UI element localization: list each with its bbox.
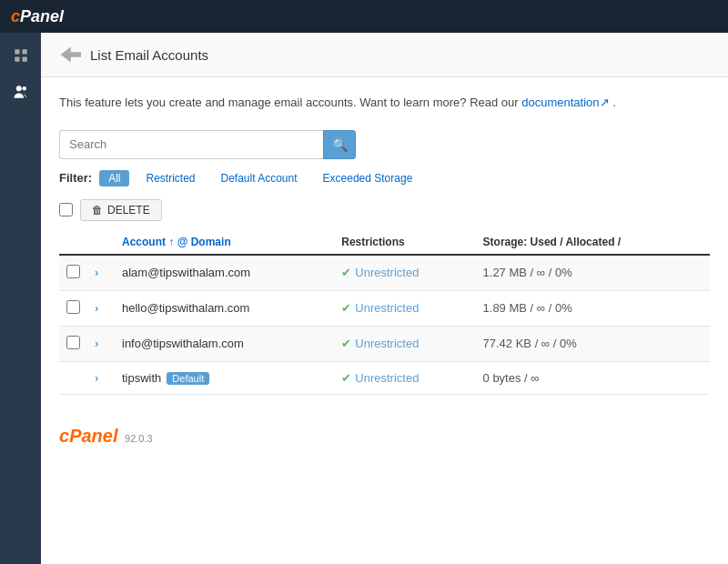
row-checkbox[interactable] — [66, 336, 80, 349]
restriction-cell: ✔Unrestricted — [334, 255, 475, 291]
email-accounts-table: Account ↑ @ Domain Restrictions Storage:… — [59, 230, 710, 395]
back-arrow-icon[interactable] — [56, 42, 81, 67]
svg-rect-2 — [15, 57, 19, 62]
content-body: This feature lets you create and manage … — [41, 77, 728, 411]
svg-point-4 — [15, 86, 21, 91]
main-layout: List Email Accounts This feature lets yo… — [0, 33, 728, 564]
footer-version: 92.0.3 — [125, 433, 153, 444]
documentation-link[interactable]: documentation↗ — [521, 96, 612, 109]
table-row: ›tipswithDefault✔Unrestricted0 bytes / ∞ — [59, 361, 710, 394]
svg-rect-3 — [22, 57, 26, 62]
account-cell: info@tipswithalam.com — [115, 326, 334, 361]
filter-label: Filter: — [59, 171, 92, 185]
grid-icon[interactable] — [7, 42, 35, 69]
check-icon: ✔ — [341, 337, 351, 350]
page-title: List Email Accounts — [90, 47, 208, 63]
top-navigation-bar: cPanel — [0, 0, 728, 33]
row-checkbox[interactable] — [66, 265, 80, 278]
restriction-cell: ✔Unrestricted — [334, 361, 475, 394]
filter-all-button[interactable]: All — [99, 170, 129, 186]
table-row: ›hello@tipswithalam.com✔Unrestricted1.89… — [59, 290, 710, 326]
account-cell: tipswithDefault — [115, 361, 334, 394]
search-area: 🔍 — [59, 130, 710, 159]
select-all-checkbox[interactable] — [59, 203, 73, 217]
delete-button[interactable]: 🗑 DELETE — [80, 199, 162, 221]
restriction-cell: ✔Unrestricted — [334, 326, 475, 361]
col-restrictions: Restrictions — [334, 230, 475, 255]
table-row: ›alam@tipswithalam.com✔Unrestricted1.27 … — [59, 255, 710, 291]
action-row: 🗑 DELETE — [59, 199, 710, 221]
search-icon: 🔍 — [332, 137, 348, 152]
default-badge: Default — [167, 372, 209, 385]
expand-row-icon[interactable]: › — [95, 266, 98, 279]
filter-bar: Filter: All Restricted Default Account E… — [59, 170, 710, 186]
storage-cell: 1.89 MB / ∞ / 0% — [476, 290, 710, 326]
footer-cpanel-logo: cPanel — [59, 426, 123, 446]
svg-rect-1 — [22, 49, 26, 54]
search-button[interactable]: 🔍 — [323, 130, 356, 159]
table-row: ›info@tipswithalam.com✔Unrestricted77.42… — [59, 326, 710, 361]
trash-icon: 🗑 — [92, 204, 103, 217]
col-storage: Storage: Used / Allocated / — [476, 230, 710, 255]
storage-cell: 1.27 MB / ∞ / 0% — [476, 255, 710, 291]
page-header: List Email Accounts — [41, 33, 728, 77]
col-account: Account ↑ @ Domain — [115, 230, 334, 255]
filter-exceeded-button[interactable]: Exceeded Storage — [314, 170, 422, 186]
filter-default-button[interactable]: Default Account — [212, 170, 307, 186]
cpanel-logo: cPanel — [11, 7, 64, 26]
check-icon: ✔ — [341, 266, 351, 279]
storage-cell: 77.42 KB / ∞ / 0% — [476, 326, 710, 361]
check-icon: ✔ — [341, 371, 351, 385]
sidebar — [0, 33, 41, 564]
storage-cell: 0 bytes / ∞ — [476, 361, 710, 394]
expand-row-icon[interactable]: › — [95, 301, 98, 315]
col-checkbox — [59, 230, 87, 255]
svg-rect-0 — [15, 49, 19, 54]
restriction-cell: ✔Unrestricted — [334, 290, 475, 326]
filter-restricted-button[interactable]: Restricted — [136, 170, 204, 186]
users-icon[interactable] — [7, 78, 35, 106]
check-icon: ✔ — [341, 301, 351, 315]
footer: cPanel 92.0.3 — [41, 411, 728, 456]
sort-account-link[interactable]: Account ↑ @ Domain — [122, 236, 231, 248]
account-cell: hello@tipswithalam.com — [115, 290, 334, 326]
account-cell: alam@tipswithalam.com — [115, 255, 334, 291]
col-expand — [87, 230, 115, 255]
expand-row-icon[interactable]: › — [95, 337, 98, 350]
search-input[interactable] — [59, 130, 323, 159]
description-text: This feature lets you create and manage … — [59, 94, 710, 112]
svg-point-5 — [22, 86, 26, 91]
expand-row-icon[interactable]: › — [95, 371, 98, 385]
row-checkbox[interactable] — [66, 300, 80, 314]
main-content: List Email Accounts This feature lets yo… — [41, 33, 728, 564]
